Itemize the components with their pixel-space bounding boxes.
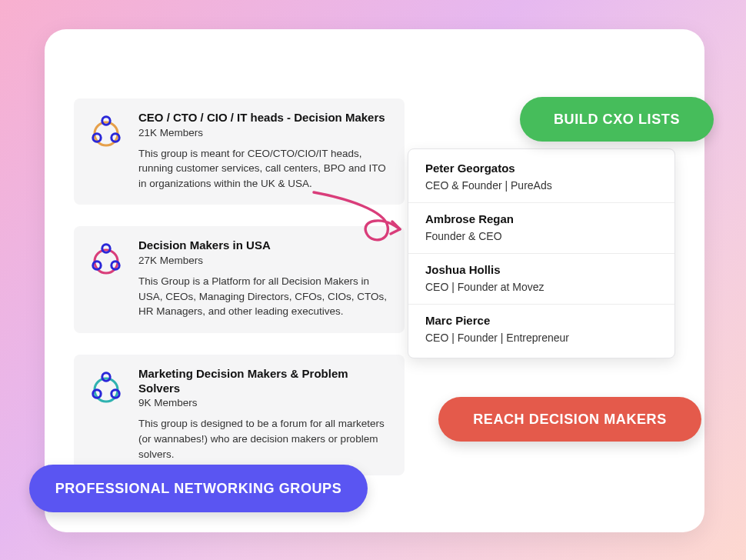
people-panel: Peter Georgatos CEO & Founder | PureAds … xyxy=(408,148,675,358)
person-role: Founder & CEO xyxy=(425,230,658,242)
group-body: CEO / CTO / CIO / IT heads - Decision Ma… xyxy=(138,111,391,191)
group-members: 9K Members xyxy=(138,397,391,408)
build-cxo-lists-button[interactable]: BUILD CXO LISTS xyxy=(520,97,714,142)
svg-point-1 xyxy=(102,117,110,125)
person-name: Marc Pierce xyxy=(425,314,658,327)
person-name: Ambrose Regan xyxy=(425,212,658,225)
person-role: CEO | Founder | Entrepreneur xyxy=(425,332,658,344)
group-members: 21K Members xyxy=(138,127,391,138)
group-icon xyxy=(88,112,125,149)
svg-point-5 xyxy=(102,245,110,252)
reach-decision-makers-button[interactable]: REACH DECISION MAKERS xyxy=(438,397,701,442)
group-card[interactable]: Marketing Decision Makers & Problem Solv… xyxy=(74,355,405,475)
group-body: Marketing Decision Makers & Problem Solv… xyxy=(138,367,391,462)
group-desc: This group is designed to be a forum for… xyxy=(138,416,391,462)
group-desc: This group is meant for CEO/CTO/CIO/IT h… xyxy=(138,146,391,192)
person-name: Peter Georgatos xyxy=(425,162,658,175)
person-row[interactable]: Ambrose Regan Founder & CEO xyxy=(408,203,674,254)
person-role: CEO & Founder | PureAds xyxy=(425,179,658,192)
person-row[interactable]: Marc Pierce CEO | Founder | Entrepreneur xyxy=(408,305,674,355)
group-icon xyxy=(88,240,125,277)
person-name: Joshua Hollis xyxy=(425,263,658,276)
group-title: Marketing Decision Makers & Problem Solv… xyxy=(138,367,391,396)
group-card[interactable]: Decision Makers in USA 27K Members This … xyxy=(74,226,405,332)
groups-list: CEO / CTO / CIO / IT heads - Decision Ma… xyxy=(74,98,405,475)
group-title: CEO / CTO / CIO / IT heads - Decision Ma… xyxy=(138,111,391,125)
svg-point-9 xyxy=(102,373,110,381)
group-card[interactable]: CEO / CTO / CIO / IT heads - Decision Ma… xyxy=(74,98,405,205)
person-row[interactable]: Peter Georgatos CEO & Founder | PureAds xyxy=(408,152,674,203)
group-icon xyxy=(88,368,125,405)
person-role: CEO | Founder at Movez xyxy=(425,281,658,293)
professional-groups-button[interactable]: PROFESSIONAL NETWORKING GROUPS xyxy=(29,465,368,512)
group-members: 27K Members xyxy=(138,255,391,266)
person-row[interactable]: Joshua Hollis CEO | Founder at Movez xyxy=(408,254,674,305)
group-body: Decision Makers in USA 27K Members This … xyxy=(138,238,391,318)
group-desc: This Group is a Platform for all Decisio… xyxy=(138,274,391,319)
group-title: Decision Makers in USA xyxy=(138,238,391,253)
